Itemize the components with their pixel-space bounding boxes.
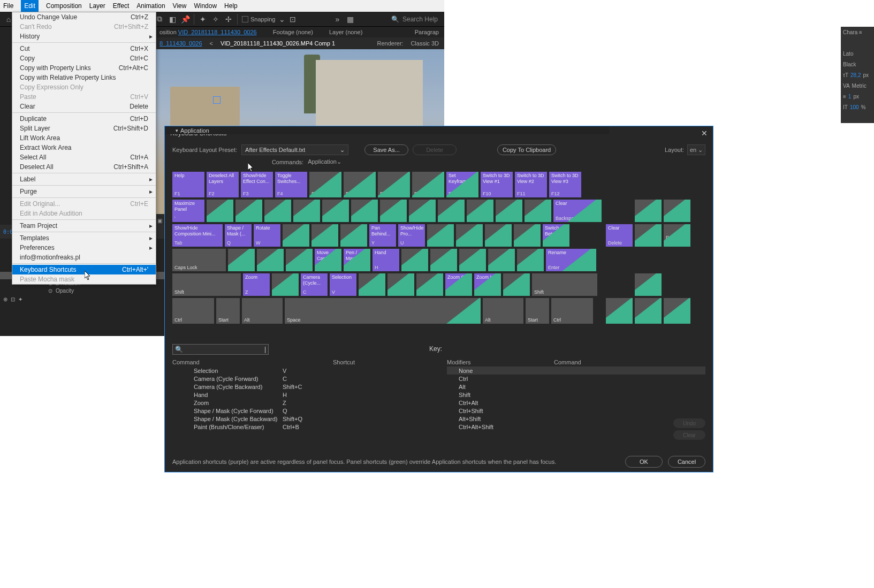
key-w[interactable]: RotateW xyxy=(254,224,280,247)
menu-window[interactable]: Window xyxy=(194,2,217,10)
modifier-row-ctrl-alt[interactable]: Ctrl+Alt xyxy=(447,399,705,407)
scale[interactable]: 100 xyxy=(850,104,859,110)
key-alt[interactable]: Alt xyxy=(483,298,523,324)
key-f5[interactable]: F5 xyxy=(309,172,341,197)
menu-animation[interactable]: Animation xyxy=(136,2,165,10)
modifier-row-ctrl-alt-shift[interactable]: Ctrl+Alt+Shift xyxy=(447,423,705,431)
command-row[interactable]: Camera (Cycle Forward)C xyxy=(172,375,431,383)
key--[interactable]: ' xyxy=(517,249,544,271)
key-shift[interactable]: Shift xyxy=(532,273,597,296)
command-row[interactable]: HandH xyxy=(172,391,431,399)
key-1[interactable]: 1 xyxy=(207,200,233,222)
key-move-camer-[interactable]: Move Camer... xyxy=(315,249,341,271)
key-7[interactable]: 7 xyxy=(380,200,407,222)
key-e[interactable]: E xyxy=(283,224,309,247)
key--[interactable]: - xyxy=(496,200,522,222)
key-j[interactable]: J xyxy=(401,249,428,271)
command-row[interactable]: Paint (Brush/Clone/Eraser)Ctrl+B xyxy=(172,423,431,431)
stamp-icon[interactable]: ⧉ xyxy=(155,15,164,24)
modifier-row-shift[interactable]: Shift xyxy=(447,391,705,399)
menu-item-extract-work-area[interactable]: Extract Work Area xyxy=(12,143,156,152)
key--[interactable]: Zoom In. xyxy=(474,273,501,296)
key-9[interactable]: 9 xyxy=(438,200,465,222)
key-h[interactable]: HandH xyxy=(373,249,399,271)
key-right[interactable]: Right xyxy=(664,298,690,324)
cancel-button[interactable]: Cancel xyxy=(668,456,705,468)
key--[interactable]: [ xyxy=(514,224,541,247)
preset-dropdown[interactable]: After Effects Default.txt⌄ xyxy=(241,144,348,155)
key-pen-mask-[interactable]: Pen / Mask... xyxy=(344,249,370,271)
key-left[interactable]: Left xyxy=(606,298,633,324)
key-l[interactable]: L xyxy=(459,249,486,271)
search-input[interactable] xyxy=(185,346,262,353)
commands-dropdown[interactable]: Application⌄ xyxy=(308,158,341,165)
key-3[interactable]: 3 xyxy=(264,200,291,222)
key-r[interactable]: R xyxy=(311,224,338,247)
key-start[interactable]: Start xyxy=(526,298,549,324)
menu-item-copy-with-relative-property-links[interactable]: Copy with Relative Property Links xyxy=(12,73,156,82)
key-end[interactable]: End xyxy=(635,224,662,247)
menu-file[interactable]: File xyxy=(3,2,13,10)
key-enter[interactable]: RenameEnter xyxy=(546,249,596,271)
key-5[interactable]: 5 xyxy=(322,200,349,222)
comp-link[interactable]: VID_20181118_111430_0026 xyxy=(178,29,257,35)
key-f9[interactable]: Set Keyframe t...F9 xyxy=(446,172,478,197)
key-home[interactable]: Home xyxy=(635,200,662,222)
command-row[interactable]: SelectionV xyxy=(172,366,431,375)
leading[interactable]: 1 xyxy=(848,94,852,100)
font-size[interactable]: 28,2 xyxy=(850,72,861,78)
key-b[interactable]: B xyxy=(359,273,385,296)
key-f12[interactable]: Switch to 3D View #3F12 xyxy=(549,172,581,197)
key-y[interactable]: Pan Behind...Y xyxy=(369,224,396,247)
menu-help[interactable]: Help xyxy=(224,2,238,10)
ok-button[interactable]: OK xyxy=(625,456,663,468)
key-up[interactable]: Up xyxy=(635,273,662,296)
close-icon[interactable]: ✕ xyxy=(701,129,708,138)
modifier-row-none[interactable]: None xyxy=(447,366,705,375)
key-page-down[interactable]: Page Down xyxy=(664,224,690,247)
command-row[interactable]: ZoomZ xyxy=(172,399,431,407)
key-f1[interactable]: HelpF1 xyxy=(172,172,204,197)
key-4[interactable]: 4 xyxy=(293,200,320,222)
menu-item-select-all[interactable]: Select AllCtrl+A xyxy=(12,152,156,162)
key-2[interactable]: 2 xyxy=(235,200,262,222)
command-search[interactable]: 🔍| xyxy=(172,344,269,355)
key-p[interactable]: P xyxy=(485,224,512,247)
key-f8[interactable]: F8 xyxy=(412,172,444,197)
axis3-icon[interactable]: ✢ xyxy=(224,15,233,24)
key-start[interactable]: Start xyxy=(216,298,240,324)
key-tab[interactable]: Show/Hide Composition Mini...Tab xyxy=(172,224,223,247)
menu-item-team-project[interactable]: Team Project▸ xyxy=(12,221,156,231)
key--[interactable]: / xyxy=(503,273,530,296)
eraser-icon[interactable]: ◧ xyxy=(168,15,177,24)
menu-item-history[interactable]: History▸ xyxy=(12,32,156,41)
menu-item-clear[interactable]: ClearDelete xyxy=(12,102,156,111)
modifier-row-ctrl-shift[interactable]: Ctrl+Shift xyxy=(447,407,705,415)
fast-icon[interactable]: » xyxy=(333,15,342,24)
key-shift[interactable]: Shift xyxy=(172,273,241,296)
key-f2[interactable]: Deselect All LayersF2 xyxy=(207,172,239,197)
menu-item-info-motionfreaks-pl[interactable]: info@motionfreaks.pl xyxy=(12,253,156,262)
key-q[interactable]: Shape / Mask (...Q xyxy=(225,224,252,247)
copy-clipboard-button[interactable]: Copy To Clipboard xyxy=(497,144,556,155)
tab-1[interactable]: 8_111430_0026 xyxy=(159,40,202,47)
menu-item-cut[interactable]: CutCtrl+X xyxy=(12,44,156,54)
menu-view[interactable]: View xyxy=(173,2,187,10)
key-c[interactable]: Camera (Cycle...C xyxy=(301,273,328,296)
app-group-row[interactable]: Application xyxy=(180,127,209,134)
save-as-button[interactable]: Save As... xyxy=(364,144,408,155)
key-d[interactable]: D xyxy=(286,249,313,271)
search-help[interactable]: 🔍Search Help xyxy=(391,16,438,23)
key--[interactable]: = xyxy=(525,200,551,222)
key--[interactable]: ; xyxy=(488,249,515,271)
key-switch-betwee[interactable]: Switch Betwee xyxy=(543,224,569,247)
menu-edit[interactable]: Edit xyxy=(21,0,39,12)
key-m[interactable]: M xyxy=(416,273,443,296)
key-z[interactable]: ZoomZ xyxy=(243,273,270,296)
key-f10[interactable]: Switch to 3D View #1F10 xyxy=(481,172,513,197)
key-f11[interactable]: Switch to 3D View #2F11 xyxy=(515,172,547,197)
menu-item-label[interactable]: Label▸ xyxy=(12,174,156,184)
key-caps-lock[interactable]: Caps Lock xyxy=(172,249,226,271)
key-delete[interactable]: ClearDelete xyxy=(606,224,633,247)
key-backspace[interactable]: ClearBackspace xyxy=(553,200,602,222)
